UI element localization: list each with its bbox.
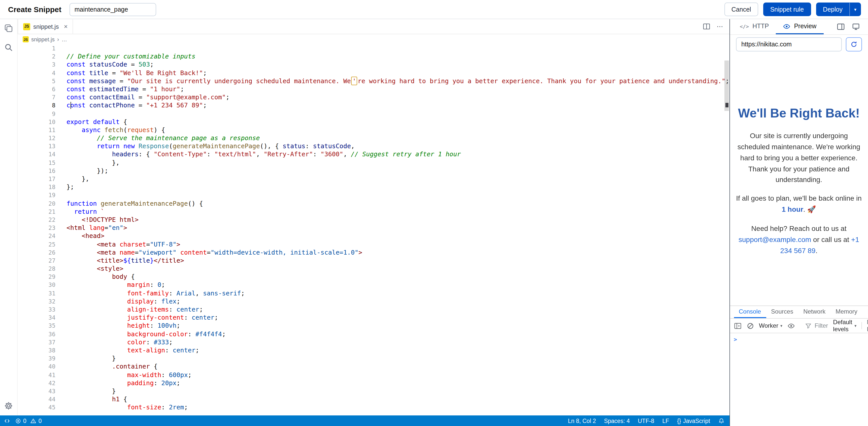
line-number[interactable]: 18 <box>18 183 55 191</box>
code-line-38[interactable]: text-align: center; <box>66 346 729 354</box>
console-filter-input[interactable]: Filter <box>805 322 828 329</box>
line-number[interactable]: 2 <box>18 52 55 60</box>
search-icon[interactable] <box>4 43 13 52</box>
code-line-20[interactable]: function generateMaintenancePage() { <box>66 199 729 207</box>
code-line-43[interactable]: } <box>66 387 729 395</box>
line-number[interactable]: 10 <box>18 118 55 126</box>
deploy-button[interactable]: Deploy <box>816 2 849 16</box>
code-line-21[interactable]: return ` <box>66 208 729 216</box>
indentation-setting[interactable]: Spaces: 4 <box>604 418 630 424</box>
code-line-12[interactable]: // Serve the maintenance page as a respo… <box>66 134 729 142</box>
line-number[interactable]: 44 <box>18 395 55 403</box>
code-line-15[interactable]: }, <box>66 159 729 167</box>
line-number[interactable]: 8 <box>18 102 55 110</box>
devtools-tab-console[interactable]: Console <box>734 306 766 318</box>
language-mode[interactable]: {} JavaScript <box>677 418 710 424</box>
remote-icon[interactable] <box>4 418 10 424</box>
device-toolbar-icon[interactable] <box>852 23 860 31</box>
snippet-name-input[interactable] <box>69 3 156 16</box>
code-line-19[interactable] <box>66 191 729 199</box>
code-line-31[interactable]: font-family: Arial, sans-serif; <box>66 289 729 297</box>
code-line-24[interactable]: <head> <box>66 232 729 240</box>
line-number[interactable]: 28 <box>18 265 55 273</box>
devtools-tab-network[interactable]: Network <box>798 306 831 318</box>
code-line-30[interactable]: margin: 0; <box>66 281 729 289</box>
code-line-7[interactable]: const contactEmail = "support@example.co… <box>66 93 729 101</box>
code-line-14[interactable]: headers: { "Content-Type": "text/html", … <box>66 150 729 159</box>
line-number[interactable]: 36 <box>18 330 55 338</box>
code-editor[interactable]: 1234567891011121314151617181920212223242… <box>18 45 729 416</box>
code-line-29[interactable]: body { <box>66 273 729 281</box>
line-number[interactable]: 42 <box>18 379 55 387</box>
line-number[interactable]: 37 <box>18 338 55 346</box>
context-selector[interactable]: Worker ▾ <box>759 322 782 329</box>
snippet-rule-button[interactable]: Snippet rule <box>763 2 811 16</box>
line-number[interactable]: 14 <box>18 150 55 159</box>
tab-preview[interactable]: Preview <box>776 19 824 34</box>
code-line-36[interactable]: background-color: #f4f4f4; <box>66 330 729 338</box>
line-number[interactable]: 20 <box>18 199 55 207</box>
code-line-22[interactable]: <!DOCTYPE html> <box>66 216 729 224</box>
console-output[interactable]: > <box>730 333 868 426</box>
line-number[interactable]: 24 <box>18 232 55 240</box>
line-number[interactable]: 39 <box>18 354 55 363</box>
preview-url-input[interactable] <box>736 37 842 51</box>
line-number[interactable]: 22 <box>18 216 55 224</box>
devtools-tab-performance[interactable]: Performance <box>863 306 868 318</box>
editor-scrollbar[interactable] <box>724 46 729 415</box>
line-numbers[interactable]: 1234567891011121314151617181920212223242… <box>18 45 55 416</box>
eol-setting[interactable]: LF <box>662 418 669 424</box>
code-line-23[interactable]: <html lang="en"> <box>66 224 729 232</box>
line-number[interactable]: 1 <box>18 45 55 52</box>
code-line-5[interactable]: const message = "Our site is currently u… <box>66 77 729 85</box>
code-line-25[interactable]: <meta charset="UTF-8"> <box>66 240 729 248</box>
code-line-8[interactable]: const contactPhone = "+1 234 567 89"; <box>66 102 729 110</box>
code-line-40[interactable]: .container { <box>66 363 729 371</box>
code-line-37[interactable]: color: #333; <box>66 338 729 346</box>
problems-indicator[interactable]: 0 0 <box>15 418 42 424</box>
files-icon[interactable] <box>4 24 13 33</box>
code-line-16[interactable]: }); <box>66 167 729 175</box>
console-sidebar-icon[interactable] <box>734 322 741 330</box>
line-number[interactable]: 38 <box>18 346 55 354</box>
code-lines[interactable]: // Define your customizable inputsconst … <box>55 45 729 416</box>
code-line-3[interactable]: const statusCode = 503; <box>66 61 729 69</box>
code-line-10[interactable]: export default { <box>66 118 729 126</box>
cancel-button[interactable]: Cancel <box>724 2 758 16</box>
issues-status[interactable]: No Issues <box>867 319 868 333</box>
code-line-45[interactable]: font-size: 2rem; <box>66 403 729 411</box>
live-expression-eye-icon[interactable] <box>787 322 795 330</box>
more-actions-icon[interactable]: ⋯ <box>717 23 723 30</box>
line-number[interactable]: 31 <box>18 289 55 297</box>
line-number[interactable]: 19 <box>18 191 55 199</box>
line-number[interactable]: 34 <box>18 314 55 322</box>
line-number[interactable]: 3 <box>18 61 55 69</box>
line-number[interactable]: 9 <box>18 110 55 118</box>
line-number[interactable]: 5 <box>18 77 55 85</box>
line-number[interactable]: 6 <box>18 85 55 93</box>
line-number[interactable]: 41 <box>18 371 55 379</box>
line-number[interactable]: 43 <box>18 387 55 395</box>
code-line-42[interactable]: padding: 20px; <box>66 379 729 387</box>
split-view-icon[interactable] <box>837 23 845 31</box>
refresh-button[interactable] <box>846 37 862 51</box>
line-number[interactable]: 27 <box>18 257 55 265</box>
split-editor-icon[interactable] <box>703 23 710 30</box>
deploy-dropdown-button[interactable]: ▾ <box>849 2 861 16</box>
cursor-position[interactable]: Ln 8, Col 2 <box>568 418 596 424</box>
line-number[interactable]: 25 <box>18 240 55 248</box>
bell-icon[interactable] <box>718 418 724 424</box>
settings-gear-icon[interactable] <box>4 401 13 410</box>
line-number[interactable]: 45 <box>18 403 55 411</box>
code-line-2[interactable]: // Define your customizable inputs <box>66 52 729 60</box>
code-line-39[interactable]: } <box>66 354 729 363</box>
clear-console-icon[interactable] <box>746 322 754 330</box>
line-number[interactable]: 12 <box>18 134 55 142</box>
code-line-13[interactable]: return new Response(generateMaintenanceP… <box>66 142 729 150</box>
devtools-tab-sources[interactable]: Sources <box>766 306 798 318</box>
code-line-18[interactable]: }; <box>66 183 729 191</box>
line-number[interactable]: 40 <box>18 363 55 371</box>
line-number[interactable]: 33 <box>18 306 55 314</box>
close-tab-icon[interactable]: × <box>64 23 67 30</box>
line-number[interactable]: 16 <box>18 167 55 175</box>
